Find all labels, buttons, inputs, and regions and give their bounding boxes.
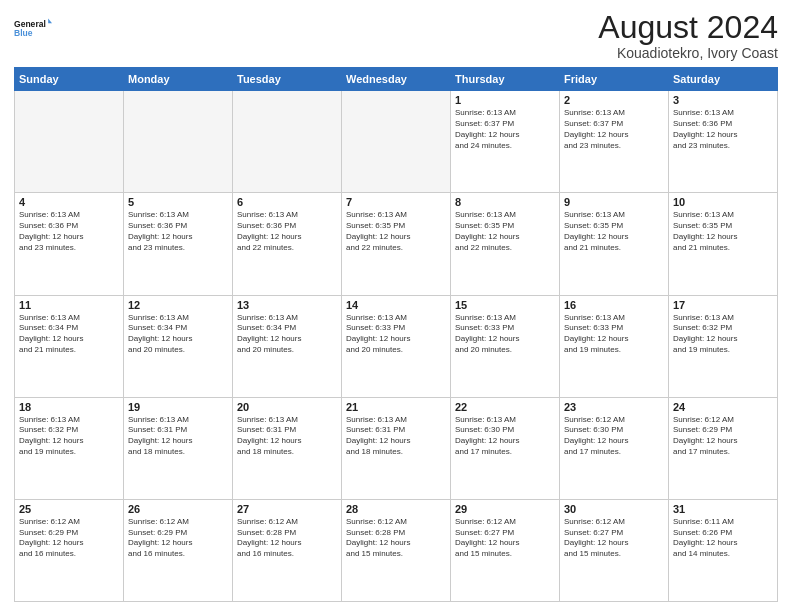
day-number: 26 (128, 503, 228, 515)
day-info: Sunrise: 6:12 AM Sunset: 6:29 PM Dayligh… (19, 517, 119, 560)
svg-text:Blue: Blue (14, 28, 33, 38)
day-number: 31 (673, 503, 773, 515)
day-info: Sunrise: 6:12 AM Sunset: 6:28 PM Dayligh… (237, 517, 337, 560)
header-day-sunday: Sunday (15, 68, 124, 91)
calendar-cell: 8Sunrise: 6:13 AM Sunset: 6:35 PM Daylig… (451, 193, 560, 295)
day-info: Sunrise: 6:13 AM Sunset: 6:37 PM Dayligh… (564, 108, 664, 151)
day-info: Sunrise: 6:12 AM Sunset: 6:29 PM Dayligh… (128, 517, 228, 560)
header-day-tuesday: Tuesday (233, 68, 342, 91)
calendar-cell: 19Sunrise: 6:13 AM Sunset: 6:31 PM Dayli… (124, 397, 233, 499)
day-number: 9 (564, 196, 664, 208)
logo: General Blue (14, 10, 52, 46)
week-row-1: 1Sunrise: 6:13 AM Sunset: 6:37 PM Daylig… (15, 91, 778, 193)
day-info: Sunrise: 6:13 AM Sunset: 6:34 PM Dayligh… (128, 313, 228, 356)
calendar-cell: 12Sunrise: 6:13 AM Sunset: 6:34 PM Dayli… (124, 295, 233, 397)
day-number: 4 (19, 196, 119, 208)
calendar-cell: 4Sunrise: 6:13 AM Sunset: 6:36 PM Daylig… (15, 193, 124, 295)
svg-marker-2 (48, 19, 52, 24)
calendar-cell: 23Sunrise: 6:12 AM Sunset: 6:30 PM Dayli… (560, 397, 669, 499)
calendar-cell: 31Sunrise: 6:11 AM Sunset: 6:26 PM Dayli… (669, 499, 778, 601)
calendar-cell: 29Sunrise: 6:12 AM Sunset: 6:27 PM Dayli… (451, 499, 560, 601)
day-number: 19 (128, 401, 228, 413)
day-number: 22 (455, 401, 555, 413)
title-block: August 2024 Kouadiotekro, Ivory Coast (598, 10, 778, 61)
day-info: Sunrise: 6:13 AM Sunset: 6:32 PM Dayligh… (19, 415, 119, 458)
day-info: Sunrise: 6:13 AM Sunset: 6:35 PM Dayligh… (346, 210, 446, 253)
day-number: 2 (564, 94, 664, 106)
calendar-cell (15, 91, 124, 193)
day-number: 7 (346, 196, 446, 208)
day-info: Sunrise: 6:13 AM Sunset: 6:36 PM Dayligh… (673, 108, 773, 151)
calendar-cell (342, 91, 451, 193)
header-day-thursday: Thursday (451, 68, 560, 91)
week-row-2: 4Sunrise: 6:13 AM Sunset: 6:36 PM Daylig… (15, 193, 778, 295)
calendar-cell: 22Sunrise: 6:13 AM Sunset: 6:30 PM Dayli… (451, 397, 560, 499)
main-title: August 2024 (598, 10, 778, 45)
day-info: Sunrise: 6:13 AM Sunset: 6:36 PM Dayligh… (237, 210, 337, 253)
day-info: Sunrise: 6:13 AM Sunset: 6:34 PM Dayligh… (19, 313, 119, 356)
week-row-4: 18Sunrise: 6:13 AM Sunset: 6:32 PM Dayli… (15, 397, 778, 499)
calendar-cell: 6Sunrise: 6:13 AM Sunset: 6:36 PM Daylig… (233, 193, 342, 295)
day-info: Sunrise: 6:13 AM Sunset: 6:35 PM Dayligh… (455, 210, 555, 253)
calendar-cell: 26Sunrise: 6:12 AM Sunset: 6:29 PM Dayli… (124, 499, 233, 601)
day-info: Sunrise: 6:11 AM Sunset: 6:26 PM Dayligh… (673, 517, 773, 560)
day-number: 8 (455, 196, 555, 208)
header-day-wednesday: Wednesday (342, 68, 451, 91)
header-day-friday: Friday (560, 68, 669, 91)
logo-svg: General Blue (14, 10, 52, 46)
calendar-cell: 13Sunrise: 6:13 AM Sunset: 6:34 PM Dayli… (233, 295, 342, 397)
calendar-cell: 9Sunrise: 6:13 AM Sunset: 6:35 PM Daylig… (560, 193, 669, 295)
calendar-cell: 5Sunrise: 6:13 AM Sunset: 6:36 PM Daylig… (124, 193, 233, 295)
calendar-cell: 15Sunrise: 6:13 AM Sunset: 6:33 PM Dayli… (451, 295, 560, 397)
calendar-cell: 17Sunrise: 6:13 AM Sunset: 6:32 PM Dayli… (669, 295, 778, 397)
day-number: 23 (564, 401, 664, 413)
calendar-cell: 11Sunrise: 6:13 AM Sunset: 6:34 PM Dayli… (15, 295, 124, 397)
day-number: 1 (455, 94, 555, 106)
day-number: 17 (673, 299, 773, 311)
day-info: Sunrise: 6:13 AM Sunset: 6:34 PM Dayligh… (237, 313, 337, 356)
day-number: 30 (564, 503, 664, 515)
calendar-cell: 28Sunrise: 6:12 AM Sunset: 6:28 PM Dayli… (342, 499, 451, 601)
calendar-body: 1Sunrise: 6:13 AM Sunset: 6:37 PM Daylig… (15, 91, 778, 602)
day-number: 24 (673, 401, 773, 413)
day-info: Sunrise: 6:13 AM Sunset: 6:33 PM Dayligh… (346, 313, 446, 356)
subtitle: Kouadiotekro, Ivory Coast (598, 45, 778, 61)
header-day-saturday: Saturday (669, 68, 778, 91)
calendar-cell: 25Sunrise: 6:12 AM Sunset: 6:29 PM Dayli… (15, 499, 124, 601)
day-info: Sunrise: 6:12 AM Sunset: 6:28 PM Dayligh… (346, 517, 446, 560)
calendar-cell: 2Sunrise: 6:13 AM Sunset: 6:37 PM Daylig… (560, 91, 669, 193)
day-info: Sunrise: 6:12 AM Sunset: 6:27 PM Dayligh… (564, 517, 664, 560)
day-info: Sunrise: 6:12 AM Sunset: 6:29 PM Dayligh… (673, 415, 773, 458)
calendar-cell: 18Sunrise: 6:13 AM Sunset: 6:32 PM Dayli… (15, 397, 124, 499)
day-number: 20 (237, 401, 337, 413)
day-number: 6 (237, 196, 337, 208)
day-number: 14 (346, 299, 446, 311)
header: General Blue August 2024 Kouadiotekro, I… (14, 10, 778, 61)
calendar-cell: 24Sunrise: 6:12 AM Sunset: 6:29 PM Dayli… (669, 397, 778, 499)
week-row-3: 11Sunrise: 6:13 AM Sunset: 6:34 PM Dayli… (15, 295, 778, 397)
day-info: Sunrise: 6:13 AM Sunset: 6:33 PM Dayligh… (455, 313, 555, 356)
calendar-cell: 10Sunrise: 6:13 AM Sunset: 6:35 PM Dayli… (669, 193, 778, 295)
day-info: Sunrise: 6:13 AM Sunset: 6:31 PM Dayligh… (346, 415, 446, 458)
day-number: 21 (346, 401, 446, 413)
day-number: 28 (346, 503, 446, 515)
day-info: Sunrise: 6:13 AM Sunset: 6:35 PM Dayligh… (673, 210, 773, 253)
calendar-cell: 1Sunrise: 6:13 AM Sunset: 6:37 PM Daylig… (451, 91, 560, 193)
day-info: Sunrise: 6:13 AM Sunset: 6:30 PM Dayligh… (455, 415, 555, 458)
calendar-cell: 3Sunrise: 6:13 AM Sunset: 6:36 PM Daylig… (669, 91, 778, 193)
day-number: 12 (128, 299, 228, 311)
day-info: Sunrise: 6:13 AM Sunset: 6:31 PM Dayligh… (237, 415, 337, 458)
day-number: 11 (19, 299, 119, 311)
calendar-cell: 20Sunrise: 6:13 AM Sunset: 6:31 PM Dayli… (233, 397, 342, 499)
day-number: 16 (564, 299, 664, 311)
calendar-cell (124, 91, 233, 193)
day-info: Sunrise: 6:13 AM Sunset: 6:36 PM Dayligh… (19, 210, 119, 253)
day-number: 5 (128, 196, 228, 208)
calendar-cell: 7Sunrise: 6:13 AM Sunset: 6:35 PM Daylig… (342, 193, 451, 295)
day-info: Sunrise: 6:12 AM Sunset: 6:27 PM Dayligh… (455, 517, 555, 560)
day-info: Sunrise: 6:13 AM Sunset: 6:32 PM Dayligh… (673, 313, 773, 356)
calendar-cell (233, 91, 342, 193)
day-number: 15 (455, 299, 555, 311)
page: General Blue August 2024 Kouadiotekro, I… (0, 0, 792, 612)
day-info: Sunrise: 6:13 AM Sunset: 6:36 PM Dayligh… (128, 210, 228, 253)
